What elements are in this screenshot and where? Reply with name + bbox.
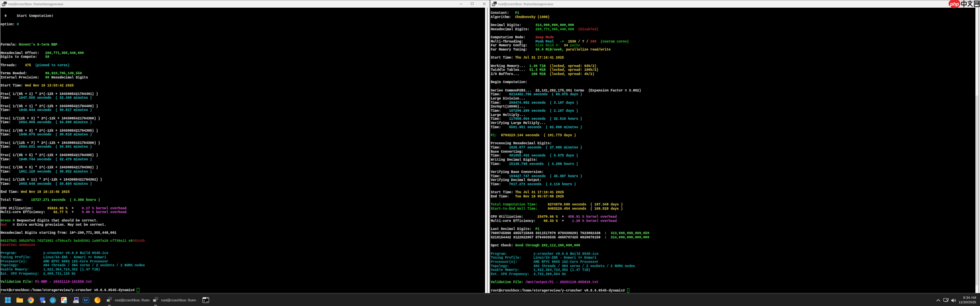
svg-text:php: php <box>950 2 959 7</box>
